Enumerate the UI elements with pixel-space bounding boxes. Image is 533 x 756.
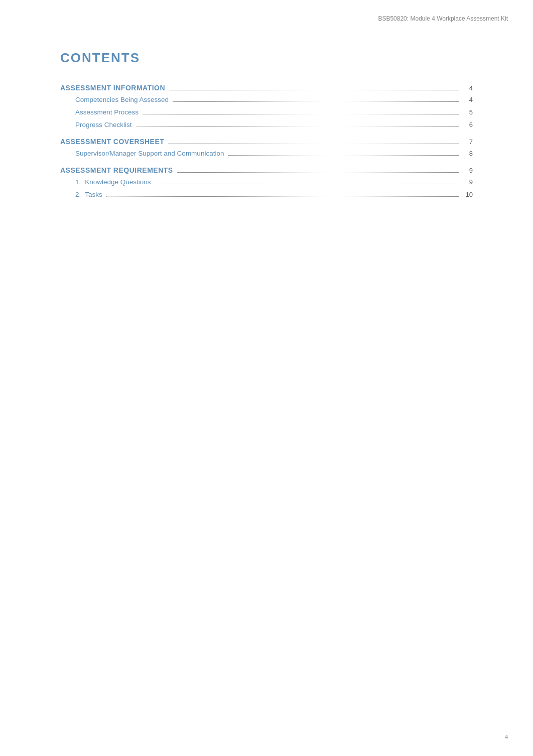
toc-row-progress-checklist[interactable]: Progress Checklist 6 xyxy=(60,121,473,129)
toc-row-assessment-coversheet[interactable]: ASSESSMENT COVERSHEET 7 xyxy=(60,138,473,146)
toc-dots-progress-checklist xyxy=(136,127,459,127)
toc-number-tasks: 2. xyxy=(60,191,85,198)
toc-dots-assessment-requirements xyxy=(177,172,459,173)
toc-page-knowledge-questions: 9 xyxy=(463,178,473,186)
toc-row-competencies[interactable]: Competencies Being Assessed 4 xyxy=(60,96,473,103)
toc-row-knowledge-questions[interactable]: 1. Knowledge Questions 9 xyxy=(60,178,473,186)
toc-page-competencies: 4 xyxy=(463,96,473,103)
toc-dots-supervisor-manager xyxy=(228,155,459,156)
contents-title: CONTENTS xyxy=(60,50,473,66)
page-number-bottom: 4 xyxy=(505,733,508,741)
toc-row-tasks[interactable]: 2. Tasks 10 xyxy=(60,191,473,198)
toc-row-assessment-process[interactable]: Assessment Process 5 xyxy=(60,108,473,116)
toc-page-assessment-requirements: 9 xyxy=(463,167,473,174)
toc-container: ASSESSMENT INFORMATION 4 Competencies Be… xyxy=(60,84,473,198)
header-right: BSB50820: Module 4 Workplace Assessment … xyxy=(378,15,508,22)
toc-number-knowledge: 1. xyxy=(60,178,85,186)
toc-label-assessment-information: ASSESSMENT INFORMATION xyxy=(60,84,165,92)
toc-label-supervisor-manager: Supervisor/Manager Support and Communica… xyxy=(60,150,224,157)
toc-page-progress-checklist: 6 xyxy=(463,121,473,129)
toc-row-assessment-information[interactable]: ASSESSMENT INFORMATION 4 xyxy=(60,84,473,92)
toc-dots-tasks xyxy=(106,196,459,197)
toc-label-assessment-process: Assessment Process xyxy=(60,108,139,116)
toc-row-assessment-requirements[interactable]: ASSESSMENT REQUIREMENTS 9 xyxy=(60,166,473,174)
toc-page-assessment-process: 5 xyxy=(463,108,473,116)
toc-label-knowledge-questions: Knowledge Questions xyxy=(85,178,151,186)
toc-page-supervisor-manager: 8 xyxy=(463,150,473,157)
toc-page-tasks: 10 xyxy=(463,191,473,198)
toc-label-assessment-coversheet: ASSESSMENT COVERSHEET xyxy=(60,138,164,146)
toc-label-progress-checklist: Progress Checklist xyxy=(60,121,132,129)
header-text: BSB50820: Module 4 Workplace Assessment … xyxy=(378,15,508,22)
toc-label-assessment-requirements: ASSESSMENT REQUIREMENTS xyxy=(60,166,173,174)
toc-row-supervisor-manager[interactable]: Supervisor/Manager Support and Communica… xyxy=(60,150,473,157)
toc-page-assessment-information: 4 xyxy=(463,84,473,92)
toc-dots-knowledge-questions xyxy=(155,184,459,184)
page: BSB50820: Module 4 Workplace Assessment … xyxy=(0,0,533,756)
toc-label-tasks: Tasks xyxy=(85,191,102,198)
toc-dots-assessment-process xyxy=(143,114,459,114)
toc-dots-assessment-information xyxy=(169,90,459,90)
toc-label-competencies: Competencies Being Assessed xyxy=(60,96,169,103)
toc-page-assessment-coversheet: 7 xyxy=(463,138,473,146)
toc-dots-assessment-coversheet xyxy=(168,144,459,144)
toc-dots-competencies xyxy=(173,101,459,102)
